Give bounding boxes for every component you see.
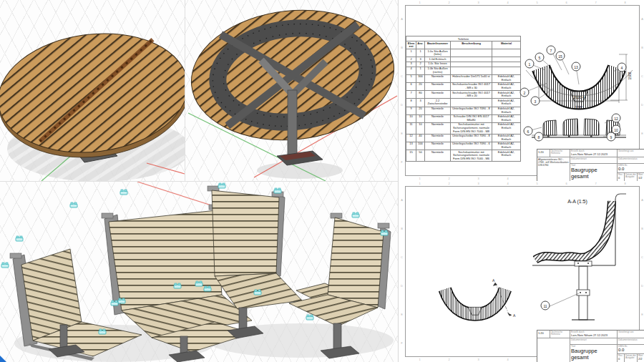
corner-logo-fragment [0,356,6,362]
dim-angle: 138° [575,105,582,109]
balloon-9[interactable]: 9 [607,132,616,142]
ruler-tick-label: D [401,103,403,107]
tolerance-note: Allgemeintoleranz ISO - 2768 - mK Werkst… [538,158,569,167]
ruler-tick-label: 6 [565,1,567,4]
ruler-tick-label: 3 [477,177,479,180]
ruler-tick-label: F [401,341,402,345]
ruler-tick-label: 8 [624,1,625,4]
dim-height: 1588 [628,72,632,79]
ruler-tick-label: 4 [507,182,508,185]
table-row: 1240NormteileUnterlegscheibe ISO 7090 - … [406,134,521,142]
balloon-12[interactable]: 12 [612,114,621,123]
ruler-tick-label: C [641,74,643,78]
viewport-bench-assembly[interactable] [0,182,398,362]
label-tech-ref-2: Technische Referenz [551,331,569,336]
ruler-tick-label: 7 [595,182,596,185]
ruler-tick-label: 1 [419,1,420,4]
table-row: 321.0c Sitz Innen [406,62,521,67]
balloon-4[interactable]: 4 [618,63,627,72]
table-row: 620NormteileSechskantschraube ISO 4017 -… [406,82,521,90]
drawing-sheet-2[interactable]: 12345678 12345678 ABCDEF ABCDEF [398,181,644,362]
ruler-tick-label: E [641,313,643,316]
rev-value-2: 0 [618,357,623,361]
label-tech-ref: Technische Referenz [551,150,569,155]
viewport-table-iso[interactable] [0,0,185,182]
ruler-tick-label: 7 [595,1,596,4]
rev-value: 0 [618,176,623,180]
ruler-tick-label: 1 [419,177,420,180]
dwg-number: 0.0 [618,167,624,171]
balloon-3[interactable]: 3 [531,97,540,106]
sheet2-row-ruler: ABCDEF [399,186,404,357]
label-date-of-issue-2: Datum der Ausgabe [625,355,636,359]
table-row: 832.2 ZwischenstrebeEdelstahl A2, Einfac… [406,99,521,107]
bench-segment-right[interactable] [289,213,391,326]
sheet2-title-block: 1:20 Technische Referenz Erstellt durchL… [537,330,644,362]
ruler-tick-label: A [401,198,403,202]
sheet1-title-block: 1:20 Allgemeintoleranz ISO - 2768 - mK W… [537,149,644,181]
sheet-number: 1/2 [638,176,644,180]
table-row: 5300NormteileHolzschraube Din571 5x40 st… [406,74,521,82]
table-row: 1110NormteileSechskantmutter mit Sicheru… [406,122,521,134]
ruler-tick-label: 2 [448,182,449,185]
parts-list-table: Teileliste ElementAnz. BauteilnummerBesc… [406,36,521,162]
ruler-tick-label: 6 [565,182,567,185]
viewport-table-underside[interactable] [185,0,398,182]
sheet-number-2: 2/2 [638,357,644,361]
ruler-tick-label: 2 [448,1,449,4]
label-approved-by: Genehmigt von [618,150,644,152]
table-row: 780NormteileSechskantschraube ISO 4017 -… [406,91,521,99]
ruler-tick-label: C [641,255,643,259]
sheet1-col-ruler: 12345678 [405,0,640,5]
table-row: 1550NormteileSechskantmutter mit Sicheru… [406,150,521,162]
ruler-tick-label: 8 [624,182,625,185]
ruler-tick-label: D [641,103,643,107]
ruler-tick-label: B [401,227,403,230]
ruler-tick-label: E [401,313,403,316]
balloon-1[interactable]: 1 [525,59,535,69]
balloon-13[interactable]: 13 [572,62,581,72]
table-iso-render [0,0,185,181]
ruler-tick-label: A [401,17,403,21]
ruler-tick-label: D [401,284,403,288]
drawing-title-2: Baugruppe gesamt [571,348,597,361]
ruler-tick-label: B [401,46,403,49]
cad-screenshot-collage: 12345678 12345678 ABCDEF ABCDEF Teilelis… [0,0,644,362]
table-row: 13100NormteileUnterlegscheibe ISO 7090 -… [406,142,521,150]
balloon-5[interactable]: 5 [535,53,545,62]
table-row: 111.0a Sitz Außen (links) [406,49,521,57]
balloon-6[interactable]: 6 [524,127,533,136]
table-row: 231.0d Ecktisch [406,57,521,62]
parts-list-header: ElementAnz. BauteilnummerBeschreibung Ma… [406,41,521,49]
balloon-7[interactable]: 7 [547,46,556,55]
ruler-tick-label: E [401,132,403,135]
sheet1-row-ruler: ABCDEF [399,5,404,176]
ruler-tick-label: 3 [477,1,479,4]
label-doc-type-2: Dokumentenart [571,339,616,341]
ruler-tick-label: D [641,284,643,288]
table-underside-render [185,0,398,181]
ruler-tick-label: 4 [507,358,508,361]
scale-value: 1:20 [538,150,549,154]
balloon-2[interactable]: 2 [520,88,530,97]
section-mark-a2: A [513,313,515,318]
parts-list-title: Teileliste [406,36,521,41]
balloon-15[interactable]: 15 [556,52,565,61]
ruler-tick-label: 1 [419,358,420,361]
created-by-value: Lars-Nois Niham 27.12.2023 [571,152,616,156]
table-row: 411.0b Sitz Außen (rechts) [406,67,521,74]
section-label: A-A (1:5) [567,199,587,204]
ruler-tick-label: 4 [507,177,508,180]
balloon-8[interactable]: 8 [535,132,544,142]
ruler-tick-label: B [641,46,643,49]
ruler-tick-label: A [641,198,643,202]
drawing-sheet-1[interactable]: 12345678 12345678 ABCDEF ABCDEF Teilelis… [398,0,644,182]
bench-render [0,182,398,362]
balloon-11[interactable]: 11 [541,301,550,310]
ruler-tick-label: C [401,74,403,78]
ruler-tick-label: 2 [448,177,449,180]
ruler-tick-label: E [641,132,643,135]
ruler-tick-label: 3 [477,358,479,361]
scale-value-2: 1:20 [538,331,549,335]
ruler-tick-label: F [401,160,402,164]
